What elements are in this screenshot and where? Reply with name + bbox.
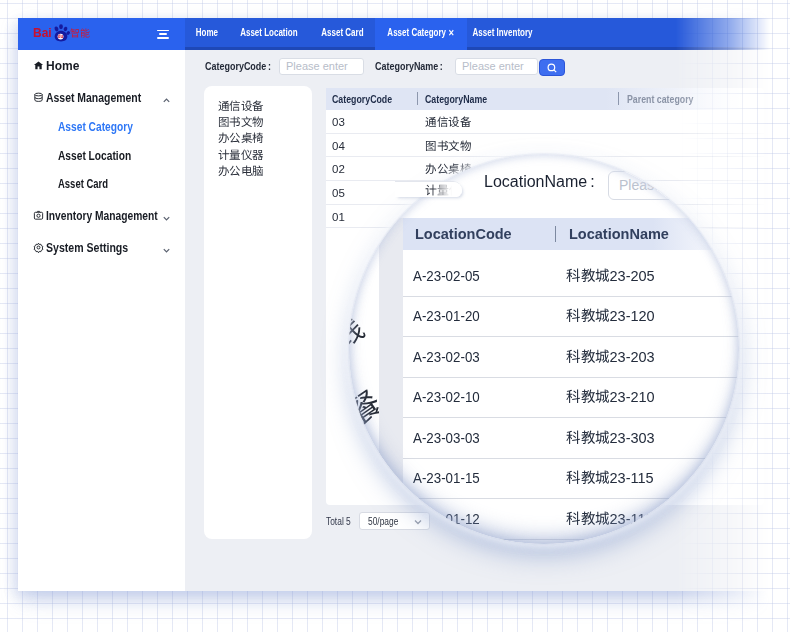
svg-text:du: du (57, 34, 63, 39)
